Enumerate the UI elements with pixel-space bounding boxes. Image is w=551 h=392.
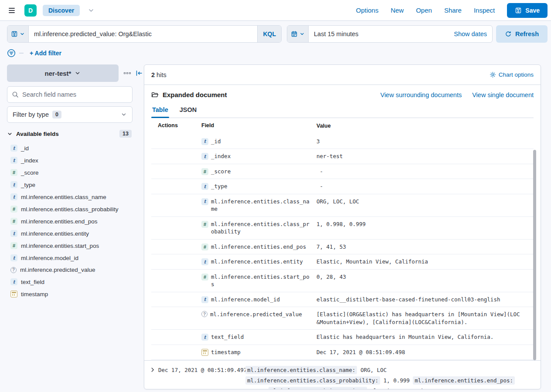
sidebar-field-_id[interactable]: t_id (7, 142, 133, 154)
time-range-value[interactable]: Last 15 minutes (314, 30, 358, 37)
sidebar-field-_type[interactable]: t_type (7, 179, 133, 191)
row-field-name: _score (211, 168, 312, 176)
chevron-down-icon (75, 70, 81, 76)
refresh-button[interactable]: Refresh (496, 25, 548, 43)
field-search-input[interactable] (22, 91, 128, 98)
row-field-value: 0, 28, 43 (316, 273, 534, 281)
query-toolbar: KQL Last 15 minutes Show dates Refresh (0, 21, 551, 43)
sidebar-field-ml.inference.entities.class_probability[interactable]: #ml.inference.entities.class_probability (7, 203, 133, 215)
vertical-scrollbar[interactable] (533, 150, 536, 360)
chart-options-button[interactable]: Chart options (490, 71, 534, 78)
breadcrumb-caret-icon[interactable] (88, 7, 95, 14)
filter-menu-icon[interactable] (7, 49, 16, 57)
doc-view-tabs: Table JSON (151, 105, 534, 118)
show-dates-link[interactable]: Show dates (454, 30, 487, 37)
row-field-value: elastic__distilbert-base-cased-finetuned… (316, 296, 534, 304)
field-name-label: ml.inference.entities.start_pos (21, 243, 99, 249)
row-field-name: _index (211, 152, 312, 160)
hits-label: hits (156, 71, 167, 78)
row-field-cell: tml.inference.entities.class_name (201, 198, 316, 213)
sidebar-field-timestamp[interactable]: timestamp (7, 288, 133, 300)
sidebar-field-_index[interactable]: t_index (7, 154, 133, 166)
field-type-string-icon: t (10, 254, 17, 261)
row-field-name: timestamp (211, 348, 312, 356)
row-field-name: ml.inference.entities.class_name (211, 198, 312, 213)
expanded-document-title: Expanded document (163, 91, 227, 98)
field-name-label: ml.inference.entities.end_pos (21, 218, 98, 225)
nav-share[interactable]: Share (444, 7, 462, 14)
time-picker-menu[interactable] (287, 26, 309, 42)
boxes-horizontal-icon[interactable] (124, 72, 131, 74)
app-logo[interactable]: D (24, 4, 37, 17)
field-name-label: ml.inference.entities.class_probability (21, 206, 119, 213)
sidebar-field-ml.inference.entities.entity[interactable]: tml.inference.entities.entity (7, 227, 133, 240)
sidebar-field-ml.inference.predicted_value[interactable]: ?ml.inference.predicted_value (7, 264, 133, 276)
sidebar-field-ml.inference.entities.end_pos[interactable]: #ml.inference.entities.end_pos (7, 215, 133, 227)
field-type-number-icon: # (10, 169, 17, 176)
field-name-label: _score (21, 169, 39, 176)
row-field-value: 3 (316, 138, 534, 145)
save-button-label: Save (525, 7, 540, 14)
chevron-down-icon (7, 131, 13, 137)
nav-inspect[interactable]: Inspect (474, 7, 495, 14)
view-surrounding-documents-link[interactable]: View surrounding documents (380, 91, 462, 98)
collapse-sidebar-icon[interactable] (135, 70, 143, 77)
field-type-unknown-icon: ? (10, 267, 17, 273)
available-fields-header[interactable]: Available fields 13 (7, 130, 133, 138)
field-type-string-icon: t (201, 198, 208, 205)
folder-open-icon (151, 91, 159, 98)
field-name-label: timestamp (21, 291, 48, 297)
nav-new[interactable]: New (391, 7, 404, 14)
hits-bar: 2 hits Chart options (144, 65, 541, 85)
sidebar-field-ml.inference.entities.start_pos[interactable]: #ml.inference.entities.start_pos (7, 240, 133, 252)
breadcrumb-discover[interactable]: Discover (43, 5, 80, 16)
content-area: ner-test* Filter by type 0 (0, 57, 551, 389)
chevron-down-icon (20, 31, 25, 37)
row-field-name: ml.inference.entities.class_probability (211, 220, 312, 236)
sidebar-field-ml.inference.entities.class_name[interactable]: tml.inference.entities.class_name (7, 191, 133, 203)
index-pattern-switcher[interactable]: ner-test* (7, 64, 119, 82)
document-hit-row: Dec 17, 2021 @ 08:51:09.497 ml.inference… (144, 360, 541, 389)
nav-options[interactable]: Options (356, 7, 378, 14)
nav-open[interactable]: Open (416, 7, 432, 14)
refresh-icon (505, 30, 512, 37)
row-field-cell: #ml.inference.entities.start_pos (201, 273, 316, 288)
row-field-cell: #ml.inference.entities.class_probability (201, 220, 316, 236)
search-icon (12, 91, 19, 98)
doc-table-row-_score: #_score - (151, 164, 534, 179)
expand-document-chevron-icon[interactable] (150, 365, 158, 373)
row-field-value: Elastic, Mountain View, California (316, 258, 534, 266)
doc-table-header: Actions Field Value (151, 118, 534, 134)
field-type-string-icon: t (201, 334, 208, 341)
index-pattern-label: ner-test* (45, 70, 71, 77)
field-type-string-icon: t (10, 278, 17, 285)
saved-query-menu[interactable] (7, 26, 29, 42)
available-fields-label: Available fields (16, 131, 59, 137)
menu-icon[interactable] (5, 4, 18, 17)
tab-json[interactable]: JSON (179, 105, 198, 118)
row-field-value: - (316, 168, 534, 176)
sidebar-field-_score[interactable]: #_score (7, 166, 133, 179)
row-field-value: [Elastic](ORG&Elastic) has headquarters … (316, 311, 534, 326)
query-language-button[interactable]: KQL (257, 26, 281, 42)
doc-table-row-ml.inference.entities.class_name: tml.inference.entities.class_nameORG, LO… (151, 194, 534, 217)
doc-table-row-text_field: ttext_fieldElastic has headquarters in M… (151, 330, 534, 345)
source-field-pill: ml.inference.entities.class_name: (245, 366, 357, 374)
sidebar-field-text_field[interactable]: ttext_field (7, 276, 133, 288)
row-field-cell: timestamp (201, 348, 316, 356)
save-button[interactable]: Save (507, 3, 548, 18)
row-field-cell: ?ml.inference.predicted_value (201, 311, 316, 318)
field-name-label: _index (21, 157, 38, 164)
add-filter-link[interactable]: + Add filter (30, 50, 61, 57)
filter-bar: + Add filter (0, 43, 551, 57)
filter-by-type-select[interactable]: Filter by type 0 (7, 106, 133, 123)
query-input[interactable] (29, 26, 257, 42)
row-field-value: ner-test (316, 152, 534, 160)
field-type-date-icon (201, 349, 208, 356)
sidebar-field-ml.inference.model_id[interactable]: tml.inference.model_id (7, 252, 133, 264)
field-type-string-icon: t (10, 145, 17, 152)
view-single-document-link[interactable]: View single document (472, 91, 534, 98)
field-name-label: ml.inference.predicted_value (20, 267, 95, 273)
tab-table[interactable]: Table (151, 105, 169, 118)
time-picker: Last 15 minutes Show dates (287, 25, 493, 43)
